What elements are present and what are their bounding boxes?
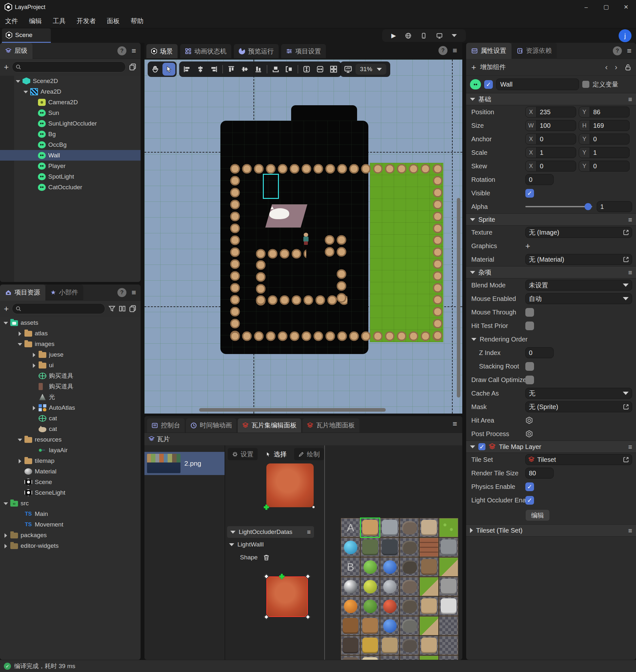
anchor-x-field[interactable]: X0 [525,134,576,145]
section-menu-icon[interactable]: ≡ [628,443,632,450]
palette-cell[interactable] [400,538,419,557]
panel-menu-icon[interactable]: ≡ [453,420,457,428]
picker-icon[interactable] [623,456,629,463]
skew-x-field[interactable]: X0 [525,160,576,172]
size-w-field[interactable]: W100 [525,120,576,131]
section-menu-icon[interactable]: ≡ [628,269,632,276]
expand-arrow-icon[interactable] [17,331,22,336]
nav-back-icon[interactable]: ‹ [605,63,608,72]
palette-cell[interactable] [439,636,458,655]
palette-cell[interactable] [419,597,438,616]
add-component-icon[interactable]: + [471,63,476,72]
hierarchy-item-bg[interactable]: Bg [0,129,141,139]
palette-cell[interactable] [439,597,458,616]
palette-cell[interactable] [380,597,399,616]
palette-cell[interactable] [439,656,458,660]
palette-cell[interactable] [361,616,380,635]
hierarchy-item-wall[interactable]: Wall [0,150,141,160]
palette-cell[interactable] [419,538,438,557]
section-menu-icon[interactable]: ≡ [307,529,311,535]
palette-cell[interactable] [380,518,399,537]
asset-item-resources[interactable]: resources [0,434,141,445]
palette-cell[interactable]: A [341,518,360,537]
collapse-arrow-icon[interactable] [471,338,476,341]
alpha-slider-thumb[interactable] [584,203,592,210]
help-icon[interactable]: ? [613,46,622,55]
alpha-field[interactable]: 1 [597,201,632,212]
palette-cell[interactable] [380,636,399,655]
section-menu-icon[interactable]: ≡ [628,216,632,223]
expand-arrow-icon[interactable] [3,501,8,505]
hand-tool-button[interactable] [149,63,162,76]
move-handle-icon[interactable] [264,505,269,510]
expand-arrow-icon[interactable] [3,321,8,325]
mode-tab-settings[interactable]: 设置 [228,448,258,460]
edit-button[interactable]: 编辑 [525,510,550,521]
horizontal-scrollbar[interactable] [199,408,386,411]
tab-project-settings[interactable]: 项目设置 [281,44,326,58]
palette-cell[interactable] [400,557,419,576]
palette-cell[interactable] [419,577,438,596]
palette-cell[interactable] [400,636,419,655]
widgets-tab[interactable]: ★ 小部件 [45,285,83,301]
vertical-scrollbar[interactable] [457,198,460,398]
globe-icon[interactable] [405,33,412,39]
z-index-field[interactable]: 0 [525,347,554,358]
menu-developer[interactable]: 开发者 [77,17,96,25]
palette-cell[interactable] [419,616,438,635]
align-bottom-button[interactable] [252,63,265,76]
section-menu-icon[interactable]: ≡ [628,527,632,534]
help-icon[interactable]: ? [117,288,126,297]
mode-tab-select[interactable]: 选择 [261,448,291,460]
columns-icon[interactable] [119,305,126,312]
stacking-root-checkbox[interactable] [525,362,534,371]
palette-cell[interactable] [400,577,419,596]
picker-icon[interactable] [623,256,629,263]
asset-item-cat[interactable]: cat [0,413,141,424]
minimize-button[interactable]: – [576,0,596,14]
filter-icon[interactable] [108,305,116,312]
asset-item-atlas[interactable]: atlas [0,328,141,339]
size-h-field[interactable]: H169 [579,120,630,131]
collapse-arrow-icon[interactable] [230,531,236,534]
light-occluder-checkbox[interactable] [525,496,534,505]
hex-target-icon[interactable] [525,417,533,424]
hierarchy-item-sunlightoccluder[interactable]: SunLightOccluder [0,118,141,129]
hierarchy-item-area2d[interactable]: Area2D [0,86,141,97]
assets-search-input[interactable] [12,303,105,314]
tab-preview-run[interactable]: 预览运行 [234,44,279,58]
stretch-horizontal-button[interactable] [314,63,326,76]
asset-item-juese[interactable]: juese [0,349,141,360]
define-var-checkbox[interactable] [582,81,589,88]
asset-item-main[interactable]: TSMain [0,508,141,519]
tab-console[interactable]: 控制台 [147,418,185,433]
palette-cell[interactable] [439,557,458,576]
picker-icon[interactable] [623,229,629,235]
node-active-checkbox[interactable] [484,80,493,89]
scale-x-field[interactable]: X1 [525,147,576,158]
add-node-button[interactable]: + [4,63,9,71]
help-icon[interactable]: ? [117,46,126,55]
align-left-button[interactable] [180,63,193,76]
scene-document-tab[interactable]: Scene [2,28,51,43]
align-middle-button[interactable] [238,63,251,76]
palette-cell[interactable] [361,577,380,596]
menu-file[interactable]: 文件 [5,17,18,25]
palette-cell[interactable]: B [341,557,360,576]
palette-cell[interactable] [419,518,438,537]
tilemap-enabled-checkbox[interactable] [478,443,485,450]
resize-dot[interactable] [312,506,315,508]
palette-cell[interactable] [341,636,360,655]
palette-cell[interactable] [361,656,380,660]
menu-panels[interactable]: 面板 [107,17,120,25]
palette-cell[interactable] [380,538,399,557]
skew-y-field[interactable]: Y0 [579,160,630,172]
asset-item-scene[interactable]: Scene [0,477,141,487]
lock-icon[interactable] [624,64,632,71]
tile-layout-button[interactable] [327,63,340,76]
add-graphics-button[interactable]: + [525,242,530,250]
prop-row-rendering-order[interactable]: Rendering Order [466,332,636,346]
light-wall-item[interactable]: LightWalll [229,541,264,548]
rotation-field[interactable]: 0 [525,174,554,185]
hierarchy-item-spotlight[interactable]: SpotLight [0,171,141,182]
